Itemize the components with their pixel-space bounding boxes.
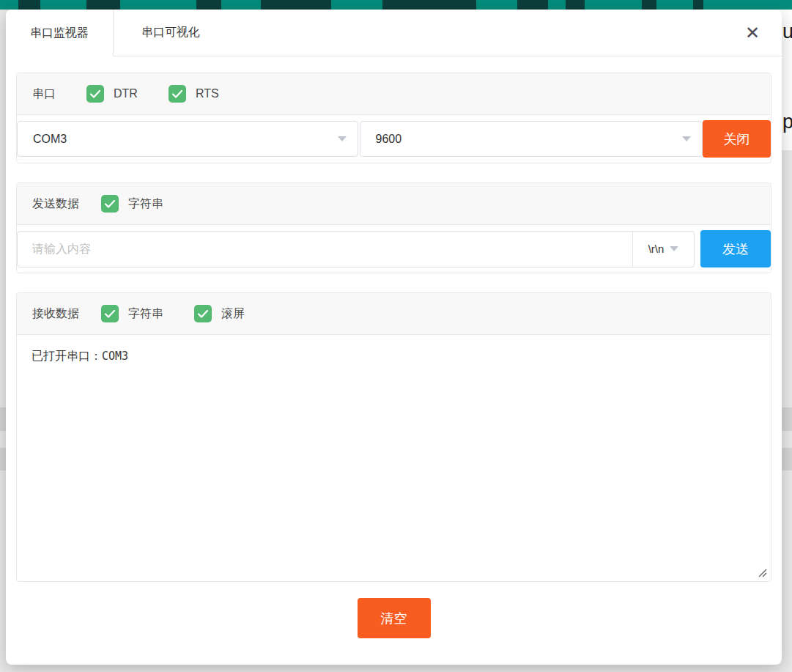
receive-data-section: 接收数据 字符串 滚屏 已打开串口：COM3 [16,292,771,582]
clipped-toolbar-fragment [196,0,221,10]
autoscroll-checkbox-group[interactable]: 滚屏 [194,305,245,322]
caret-down-icon [338,136,347,141]
rts-checkbox[interactable] [169,85,186,103]
clear-button[interactable]: 清空 [358,598,431,638]
port-select[interactable]: COM3 [17,121,358,157]
send-data-section-title: 发送数据 [32,196,79,212]
send-data-section-header: 发送数据 字符串 [17,183,771,225]
port-select-value: COM3 [33,133,332,146]
dtr-checkbox-group[interactable]: DTR [86,85,138,103]
autoscroll-checkbox[interactable] [194,305,212,322]
check-icon [105,200,115,208]
rts-checkbox-label: RTS [196,87,219,100]
line-ending-select-value: \r\n [648,243,665,255]
receive-data-section-title: 接收数据 [32,306,79,322]
check-icon [172,90,182,98]
clipped-toolbar-fragment [382,0,476,10]
tab-serial-visualization[interactable]: 串口可视化 [114,10,228,56]
baud-rate-select-value: 9600 [376,133,677,146]
receive-output-value: COM3 [102,350,128,363]
clipped-toolbar-fragment [693,0,703,10]
dialog-body: 串口 DTR RTS COM3 [6,56,782,638]
receive-string-checkbox-group[interactable]: 字符串 [101,305,163,322]
clipped-background-text: u [782,22,792,42]
clipped-toolbar-fragment [566,0,585,10]
clipped-toolbar-fragment [86,0,120,10]
send-data-section: 发送数据 字符串 \r\n 发送 [16,182,771,273]
app-toolbar-clipped [0,0,792,10]
send-data-controls-row: \r\n 发送 [17,225,771,273]
dtr-checkbox-label: DTR [114,87,138,100]
caret-down-icon [682,136,691,141]
clipped-toolbar-fragment [517,0,548,10]
caret-down-icon [670,246,678,251]
clipped-toolbar-fragment [642,0,656,10]
send-button[interactable]: 发送 [700,230,771,267]
dialog-footer: 清空 [16,598,771,638]
send-string-checkbox-label: 字符串 [128,196,163,212]
autoscroll-checkbox-label: 滚屏 [221,306,245,322]
send-string-checkbox-group[interactable]: 字符串 [101,195,163,213]
rts-checkbox-group[interactable]: RTS [169,85,219,103]
receive-string-checkbox[interactable] [101,305,119,322]
send-string-checkbox[interactable] [101,195,119,213]
check-icon [105,310,115,318]
send-input-group: \r\n [17,231,695,267]
receive-output-area[interactable]: 已打开串口：COM3 [17,335,771,581]
resize-handle-icon[interactable] [757,567,767,577]
serial-port-section-title: 串口 [32,86,56,102]
tab-serial-monitor[interactable]: 串口监视器 [6,10,114,56]
clipped-toolbar-fragment [18,0,40,10]
dialog-tabbar: 串口监视器 串口可视化 ✕ [6,10,782,56]
clipped-toolbar-fragment [261,0,331,10]
check-icon [90,90,100,98]
clipped-background-text: p [782,112,792,132]
line-ending-select[interactable]: \r\n [632,232,694,267]
close-port-button[interactable]: 关闭 [703,120,771,158]
receive-output-prefix: 已打开串口： [32,350,102,362]
serial-port-section: 串口 DTR RTS COM3 [16,73,771,163]
receive-string-checkbox-label: 字符串 [128,306,163,322]
dialog-close-button[interactable]: ✕ [741,21,764,45]
check-icon [198,310,208,318]
serial-port-controls-row: COM3 9600 关闭 [17,115,771,163]
close-icon: ✕ [745,24,760,42]
receive-data-section-header: 接收数据 字符串 滚屏 [17,293,771,335]
serial-monitor-dialog: 串口监视器 串口可视化 ✕ 串口 DTR RTS [6,10,782,665]
send-message-input[interactable] [18,232,632,267]
baud-rate-select[interactable]: 9600 [360,121,703,157]
serial-port-section-header: 串口 DTR RTS [17,73,771,115]
dtr-checkbox[interactable] [86,85,104,103]
